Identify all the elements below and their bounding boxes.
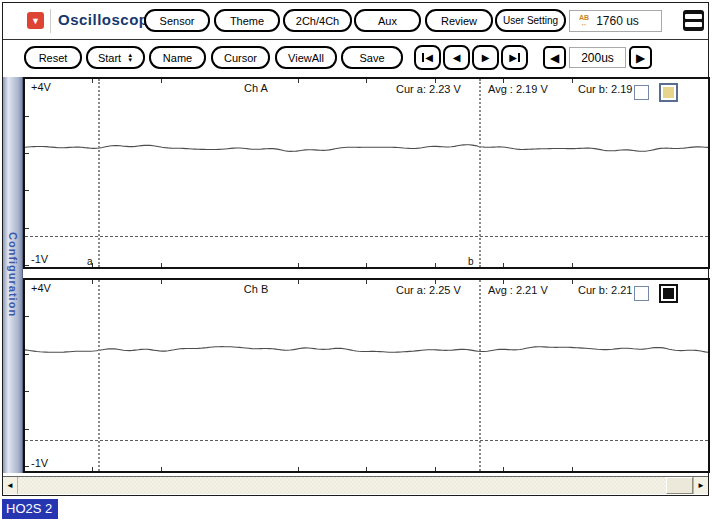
v-bottom-label: -1V bbox=[31, 457, 48, 469]
cursor-b-line[interactable] bbox=[479, 280, 481, 471]
avg-readout: Avg : 2.19 V bbox=[488, 83, 548, 95]
down-arrow-icon: ▼ bbox=[31, 16, 40, 26]
timebase-display: 200us bbox=[569, 47, 626, 68]
channel-b-waveform bbox=[25, 280, 708, 471]
spinner-icon[interactable]: ▲▼ bbox=[127, 53, 133, 63]
2ch-4ch-button[interactable]: 2Ch/4Ch bbox=[283, 9, 352, 32]
scroll-right-icon: ► bbox=[697, 481, 705, 490]
channel-a-waveform bbox=[25, 79, 708, 267]
scrollbar-track[interactable] bbox=[18, 477, 693, 494]
channel-a-checkbox[interactable] bbox=[634, 85, 649, 100]
toolbar-top: ▼ Oscilloscope Sensor Theme 2Ch/4Ch Aux … bbox=[3, 3, 708, 40]
timebase-increase-button[interactable]: ▶ bbox=[629, 46, 652, 69]
scrollbar-thumb[interactable] bbox=[666, 477, 693, 494]
v-bottom-label: -1V bbox=[31, 253, 48, 265]
zero-volt-gridline bbox=[25, 440, 708, 441]
avg-readout: Avg : 2.21 V bbox=[488, 284, 548, 296]
v-top-label: +4V bbox=[31, 282, 51, 294]
step-forward-button[interactable]: ▶ bbox=[472, 45, 499, 70]
save-button[interactable]: Save bbox=[341, 46, 403, 69]
channel-a-name: Ch A bbox=[221, 82, 291, 94]
screen: ▼ Oscilloscope Sensor Theme 2Ch/4Ch Aux … bbox=[0, 0, 712, 521]
zero-volt-gridline bbox=[25, 236, 708, 237]
channel-b-panel: +4V -1V Ch B Cur a: 2.25 V Avg : 2.21 V … bbox=[23, 278, 710, 473]
review-button[interactable]: Review bbox=[425, 9, 493, 32]
right-triangle-icon: ▶ bbox=[636, 51, 645, 65]
step-back-icon: ◀ bbox=[453, 52, 461, 63]
scroll-left-icon: ◄ bbox=[6, 481, 14, 490]
aux-button[interactable]: Aux bbox=[354, 9, 421, 32]
app-title: Oscilloscope bbox=[58, 11, 157, 28]
step-back-button[interactable]: ◀ bbox=[443, 45, 470, 70]
status-tab[interactable]: HO2S 2 bbox=[2, 499, 58, 519]
menu-bar bbox=[685, 14, 702, 19]
scroll-right-button[interactable]: ► bbox=[693, 477, 708, 494]
reset-button[interactable]: Reset bbox=[24, 46, 82, 69]
channel-b-color-box[interactable] bbox=[659, 284, 678, 303]
timebase-decrease-button[interactable]: ◀ bbox=[543, 46, 566, 69]
name-button[interactable]: Name bbox=[149, 46, 206, 69]
scroll-left-button[interactable]: ◄ bbox=[3, 477, 18, 494]
cursor-b-line[interactable] bbox=[479, 79, 481, 267]
cur-a-readout: Cur a: 2.25 V bbox=[396, 284, 461, 296]
configuration-sidebar[interactable]: Configuration bbox=[3, 77, 23, 473]
channel-a-color-box[interactable] bbox=[659, 83, 678, 102]
cursor-time-display: AB↔ 1760 us bbox=[569, 10, 662, 32]
app-logo-icon[interactable]: ▼ bbox=[27, 12, 44, 29]
bar-icon bbox=[518, 53, 520, 62]
sidebar-label: Configuration bbox=[7, 232, 19, 317]
cursor-a-line[interactable] bbox=[98, 79, 100, 267]
horizontal-scrollbar: ◄ ► bbox=[3, 476, 708, 494]
skip-to-start-button[interactable]: ◀ bbox=[414, 45, 441, 70]
cursor-a-tag: a bbox=[87, 256, 93, 267]
sensor-button[interactable]: Sensor bbox=[144, 9, 210, 32]
channel-b-name: Ch B bbox=[221, 283, 291, 295]
menu-bar bbox=[685, 22, 702, 27]
menu-icon[interactable] bbox=[683, 10, 704, 31]
skip-to-end-button[interactable]: ▶ bbox=[501, 45, 528, 70]
channel-b-color-swatch bbox=[663, 288, 674, 299]
start-button[interactable]: Start ▲▼ bbox=[86, 46, 145, 69]
step-forward-icon: ▶ bbox=[482, 52, 490, 63]
oscilloscope-window: ▼ Oscilloscope Sensor Theme 2Ch/4Ch Aux … bbox=[2, 2, 709, 496]
ab-cursor-icon: AB↔ bbox=[579, 15, 589, 27]
skip-end-icon: ▶ bbox=[509, 52, 517, 63]
viewall-button[interactable]: ViewAll bbox=[275, 46, 337, 69]
cursor-button[interactable]: Cursor bbox=[211, 46, 270, 69]
cursor-a-line[interactable] bbox=[98, 280, 100, 471]
v-top-label: +4V bbox=[31, 81, 51, 93]
channel-b-checkbox[interactable] bbox=[634, 286, 649, 301]
channel-a-panel: +4V -1V Ch A Cur a: 2.23 V Avg : 2.19 V … bbox=[23, 77, 710, 269]
skip-start-icon: ◀ bbox=[425, 52, 433, 63]
channel-a-color-swatch bbox=[663, 87, 674, 98]
user-setting-button[interactable]: User Setting bbox=[495, 9, 566, 32]
left-triangle-icon: ◀ bbox=[550, 51, 559, 65]
cursor-b-tag: b bbox=[468, 256, 474, 267]
toolbar-second: Reset Start ▲▼ Name Cursor ViewAll Save … bbox=[3, 41, 708, 75]
cur-a-readout: Cur a: 2.23 V bbox=[396, 83, 461, 95]
divider bbox=[50, 9, 51, 33]
cursor-time-value: 1760 us bbox=[596, 14, 639, 28]
theme-button[interactable]: Theme bbox=[214, 9, 280, 32]
bar-icon bbox=[422, 53, 424, 62]
